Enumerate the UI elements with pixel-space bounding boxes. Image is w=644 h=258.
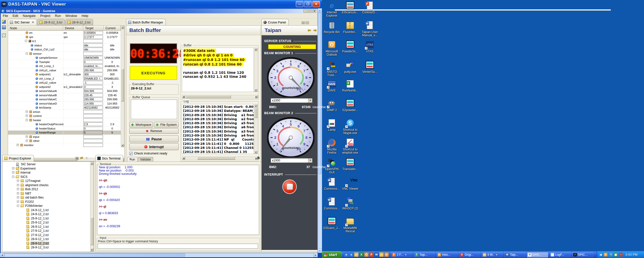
tree-expander-plus[interactable]: + <box>17 196 19 199</box>
log-hscrollbar[interactable]: ◀ ▶ <box>182 156 258 160</box>
tree-item[interactable]: −SICS <box>3 175 90 179</box>
collapse-all-icon[interactable]: ⊟ <box>75 157 79 160</box>
tree-expander-plus[interactable]: + <box>17 201 19 203</box>
desktop-icon-ansto-trust-[interactable]: ↗ANSTO Trust... <box>322 61 341 77</box>
target-value[interactable] <box>83 143 103 147</box>
tree-item[interactable]: SIC Server <box>3 162 90 167</box>
ptree-vscrollbar[interactable]: ▲ ▼ <box>90 162 94 251</box>
tree-expander-plus[interactable]: + <box>26 136 28 138</box>
tree-expander-plus[interactable]: + <box>26 111 28 113</box>
target-value[interactable]: 504.999 <box>83 89 103 93</box>
table-row[interactable]: −heater <box>8 118 121 122</box>
tree-expander-plus[interactable]: + <box>17 180 19 182</box>
table-row[interactable]: sampleSensorUNKNOWNUNKNOWN <box>8 56 121 60</box>
desktop-icon-commissi-[interactable]: WCommissi... <box>322 198 341 210</box>
workspace-button[interactable]: ✚Workspace <box>129 122 153 127</box>
column-header-current[interactable]: Current <box>104 26 121 31</box>
taskbar-button-inbo-[interactable]: OInbo... <box>436 252 458 257</box>
target-value[interactable]: 402118582 <box>83 106 103 109</box>
column-header-node[interactable]: Node <box>8 26 63 31</box>
vnc-titlebar[interactable]: V2 DAS1-TAIPAN - VNC Viewer — ❐ ✕ <box>0 0 322 8</box>
gumtree-maximize-button[interactable]: □ <box>308 9 312 13</box>
tab-28-9-12-2-tcl[interactable]: 28-9-12_2.tcl <box>65 19 93 25</box>
tree-expander-plus[interactable]: + <box>26 140 28 142</box>
quicklaunch-word-icon[interactable]: W <box>374 252 379 257</box>
log-scroll-thumb[interactable] <box>254 108 257 118</box>
desktop-icon-ventersa-[interactable]: VenterSa... <box>360 61 379 74</box>
vnc-scroll-left-button[interactable]: ◀ <box>0 253 4 257</box>
file-system-button[interactable]: ✚File System <box>154 122 179 127</box>
taskbar-button-taip-[interactable]: WTaip... <box>504 252 526 257</box>
table-row[interactable]: setpoint1tc1_driveable300300 <box>8 72 121 77</box>
desktop-icon-shortcut-to-winplotr-exe[interactable]: PLOTR↗Shortcut to winplotr.exe <box>341 139 360 154</box>
back-arrow-icon[interactable]: ⇦ <box>308 28 311 33</box>
buffer-vscrollbar[interactable]: ▲ ▼ <box>254 48 258 92</box>
tree-item[interactable]: 27-9-12_2.tcl <box>3 233 90 237</box>
bm2-multiplier-select[interactable]: x1000 ▼ <box>271 158 312 163</box>
ptree-scroll-down[interactable]: ▼ <box>90 248 93 251</box>
tab-validate[interactable]: Validate <box>138 157 153 162</box>
tray-magnifier-icon[interactable]: 🔎 <box>609 253 613 256</box>
menu-run[interactable]: Run <box>55 14 61 18</box>
target-value[interactable]: 0 <box>83 60 103 64</box>
terminal-command-input[interactable] <box>98 244 258 249</box>
layers-icon[interactable] <box>2 34 6 37</box>
target-value[interactable]: 0.005854 <box>83 31 103 35</box>
desktop-icon-vnc-viewer[interactable]: Vnc↗VNC Viewer <box>341 178 360 190</box>
table-row[interactable]: qmqm3.173773.17377 <box>8 35 121 39</box>
table-row[interactable]: ctrlLp1_value299.996299.996 <box>8 68 121 73</box>
start-button[interactable]: start <box>322 251 342 258</box>
desktop-icon-internet-explorer[interactable]: eInternet Explorer <box>322 2 341 17</box>
desktop-icon-s2powder-[interactable]: S2powder... <box>341 99 360 112</box>
table-row[interactable]: sensorValueA504.999504.999 <box>8 89 121 93</box>
quicklaunch-excel-icon[interactable]: X <box>359 252 364 257</box>
vnc-vertical-scrollbar[interactable]: ▲ ▼ <box>318 8 322 253</box>
target-value[interactable] <box>83 139 103 143</box>
vnc-scroll-down-button[interactable]: ▼ <box>318 249 322 253</box>
tree-expander-plus[interactable]: + <box>17 144 19 146</box>
bm1-multiplier-select[interactable]: x1000 ▼ <box>271 98 312 103</box>
table-row[interactable]: timStamp402118582402118582 <box>8 106 121 110</box>
gumtree-close-button[interactable]: ✕ <box>312 9 316 13</box>
chevron-down-icon[interactable]: ▼ <box>308 99 312 103</box>
quicklaunch-folder-icon[interactable]: ▱ <box>379 252 384 257</box>
new-wizard-icon[interactable] <box>2 20 6 24</box>
tray-outlook-icon[interactable]: O <box>604 253 608 256</box>
tab-run[interactable]: Run <box>127 157 137 162</box>
tab-cruise-panel[interactable]: Cruise Panel <box>261 19 289 25</box>
tab-28-9-12-3-tcl[interactable]: 28-9-12_3.tcl <box>37 19 65 25</box>
tree-expander-plus[interactable]: + <box>17 184 19 186</box>
table-row[interactable]: ctrlLp2_value-1-1 <box>8 81 121 85</box>
quicklaunch-outlook-icon[interactable]: O <box>384 252 389 257</box>
buffer-queue-list[interactable] <box>131 100 177 119</box>
buffer-scroll-down[interactable]: ▼ <box>254 89 257 92</box>
vnc-scroll-up-button[interactable]: ▲ <box>318 8 322 13</box>
desktop-icon-winscp-2-[interactable]: ↗WinSCP (2) <box>341 198 360 210</box>
target-value[interactable]: 299.996 <box>83 98 103 101</box>
gumtree-minimize-button[interactable]: _ <box>303 9 307 13</box>
tree-item[interactable]: 24-9-12_1.tcl <box>3 208 90 212</box>
vnc-horizontal-scrollbar[interactable]: ◀ ▶ <box>0 253 318 257</box>
cruise-view-min-icon[interactable]: ▭ <box>302 21 305 24</box>
desktop-icon-commissi-[interactable]: WCommissi... <box>322 178 341 190</box>
table-row[interactable]: sensorValueB228.45228.45 <box>8 93 121 98</box>
quicklaunch-ie-icon[interactable]: e <box>349 252 353 257</box>
table-row[interactable]: sensorValueD114.955114.955 <box>8 102 121 106</box>
table-row[interactable]: +monitor <box>8 143 121 147</box>
view-menu-icon[interactable]: ▽ <box>86 157 88 159</box>
table-row[interactable]: sensorValueC299.996299.996 <box>8 97 121 102</box>
quicklaunch-folder-icon[interactable]: ▱ <box>354 252 358 257</box>
desktop-icon-dave[interactable]: DAVE↗DAVE <box>322 80 341 92</box>
target-value[interactable]: 299.996 <box>83 69 103 72</box>
vnc-scroll-right-button[interactable]: ▶ <box>313 253 318 257</box>
check-instrument-row[interactable]: ✓ Check instrument ready <box>129 152 167 155</box>
tab-batch-buffer-manager[interactable]: Batch Buffer Manager <box>126 19 166 25</box>
buffer-scroll-left[interactable]: ◀ <box>182 95 185 98</box>
desktop-icon-powdersc-[interactable]: PowderSc... <box>341 41 360 53</box>
taskbar-button-taip-[interactable]: TTaip... <box>414 252 435 257</box>
vnc-close-button[interactable]: ✕ <box>312 1 320 7</box>
tree-item[interactable]: 25-9-12_1.tcl <box>3 216 90 221</box>
target-value[interactable]: 228.45 <box>83 93 103 97</box>
log-vscrollbar[interactable]: ▲ ▼ <box>254 104 258 154</box>
gumtree-titlebar[interactable]: SICS Experiment - SICS - Gumtree _ □ ✕ <box>1 9 317 13</box>
